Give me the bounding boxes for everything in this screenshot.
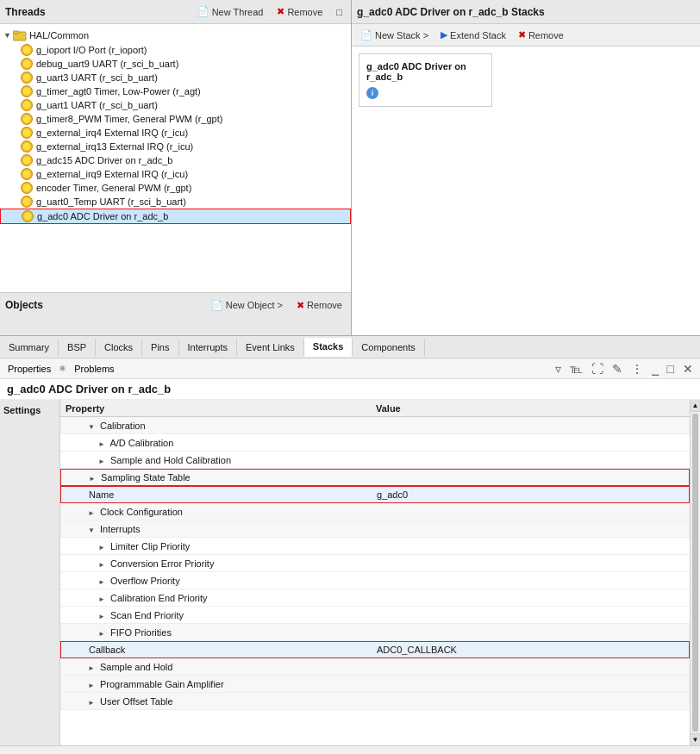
prop-name-cell: ► Conversion Error Priority	[60, 557, 371, 570]
stack-card[interactable]: g_adc0 ADC Driver on r_adc_b i	[359, 53, 492, 107]
tab-pins[interactable]: Pins	[142, 339, 178, 356]
selected-tree-item[interactable]: g_adc0 ADC Driver on r_adc_b	[0, 209, 351, 224]
remove-stack-button[interactable]: ✖ Remove	[515, 28, 567, 42]
tab-summary[interactable]: Summary	[0, 339, 59, 356]
table-row[interactable]: ► Limiter Clip Priority	[60, 538, 690, 555]
new-stack-icon: 📄	[360, 29, 372, 41]
remove-thread-button[interactable]: ✖ Remove	[273, 4, 326, 19]
tree-root[interactable]: ▼ HAL/Common	[0, 28, 351, 43]
table-row[interactable]: ▼ Interrupts	[60, 520, 690, 538]
table-row[interactable]: ► Sample and Hold Calibration	[60, 452, 690, 469]
expand-arrow-icon: ▼	[88, 423, 95, 431]
table-row[interactable]: ► FIFO Priorities	[60, 624, 690, 641]
prop-value-cell	[371, 545, 690, 548]
prop-label: Limiter Clip Priority	[110, 541, 190, 551]
remove-object-button[interactable]: ✖ Remove	[293, 298, 346, 313]
prop-label: Sample and Hold	[100, 662, 172, 672]
collapse-thread-button[interactable]: □	[333, 5, 346, 19]
scroll-down-button[interactable]: ▼	[691, 733, 700, 745]
tab-components[interactable]: Components	[353, 339, 424, 356]
list-item[interactable]: encoder Timer, General PWM (r_gpt)	[0, 181, 351, 195]
table-row[interactable]: ► Programmable Gain Amplifier	[60, 676, 690, 693]
item-label: g_external_irq4 External IRQ (r_icu)	[36, 128, 188, 138]
more-icon[interactable]: ⋮	[629, 362, 645, 376]
prop-name-cell: ► FIFO Priorities	[60, 626, 371, 639]
component-icon	[21, 154, 33, 166]
funnel-icon[interactable]: ℡	[568, 362, 584, 376]
new-thread-button[interactable]: 📄 New Thread	[194, 4, 267, 19]
tab-bsp[interactable]: BSP	[59, 339, 96, 356]
main-container: Threads 📄 New Thread ✖ Remove □	[0, 0, 700, 754]
stack-card-title: g_adc0 ADC Driver on r_adc_b	[366, 61, 484, 82]
name-row[interactable]: Name g_adc0	[60, 486, 690, 503]
list-item[interactable]: g_adc15 ADC Driver on r_adc_b	[0, 153, 351, 167]
pin-icon[interactable]: ⛶	[590, 362, 605, 376]
tab-event-links[interactable]: Event Links	[237, 339, 304, 356]
table-row[interactable]: ► Sample and Hold	[60, 658, 690, 676]
list-item[interactable]: g_external_irq9 External IRQ (r_icu)	[0, 167, 351, 181]
component-icon	[21, 182, 33, 194]
prop-name-cell: Name	[61, 488, 372, 502]
left-column: Threads 📄 New Thread ✖ Remove □	[0, 0, 352, 335]
table-row[interactable]: ► Calibration End Priority	[60, 589, 690, 607]
table-row[interactable]: ► Scan End Priority	[60, 607, 690, 624]
list-item[interactable]: g_external_irq13 External IRQ (r_icu)	[0, 140, 351, 153]
list-item[interactable]: g_uart0_Temp UART (r_sci_b_uart)	[0, 195, 351, 209]
tab-interrupts[interactable]: Interrupts	[179, 339, 237, 356]
minimize-icon[interactable]: ⎯	[650, 362, 660, 376]
objects-title: Objects	[5, 299, 201, 311]
list-item[interactable]: g_external_irq4 External IRQ (r_icu)	[0, 126, 351, 140]
scroll-up-button[interactable]: ▲	[691, 400, 700, 412]
prop-value-cell	[371, 510, 690, 514]
problems-btn[interactable]: Problems	[72, 363, 116, 375]
prop-name-cell: ▼ Interrupts	[60, 522, 371, 536]
prop-label: Clock Configuration	[100, 507, 183, 517]
sampling-state-row[interactable]: ► Sampling State Table	[60, 469, 690, 486]
properties-btn[interactable]: Properties	[5, 363, 53, 375]
callback-row[interactable]: Callback ADC0_CALLBACK	[60, 641, 690, 658]
table-row[interactable]: ► A/D Calibration	[60, 434, 690, 452]
prop-value-cell	[371, 458, 690, 462]
extend-stack-button[interactable]: ▶ Extend Stack	[437, 28, 509, 42]
settings-label: Settings	[0, 400, 60, 745]
new-object-icon: 📄	[211, 300, 223, 311]
edit-icon[interactable]: ✎	[610, 362, 624, 376]
expand-arrow-icon: ►	[98, 630, 105, 638]
table-row[interactable]: ► Conversion Error Priority	[60, 555, 690, 572]
new-object-label: New Object >	[226, 300, 283, 310]
list-item[interactable]: g_uart1 UART (r_sci_b_uart)	[0, 98, 351, 112]
list-item[interactable]: g_uart3 UART (r_sci_b_uart)	[0, 71, 351, 84]
prop-name-cell: ▼ Calibration	[60, 419, 371, 433]
bottom-pane: Summary BSP Clocks Pins Interrupts Event…	[0, 336, 700, 754]
table-row[interactable]: ▼ Calibration	[60, 417, 690, 434]
prop-label: Sample and Hold Calibration	[110, 455, 231, 465]
remove-stack-icon: ✖	[518, 29, 526, 41]
tab-clocks[interactable]: Clocks	[96, 339, 142, 356]
prop-label: Conversion Error Priority	[110, 558, 214, 569]
tabs-row: Summary BSP Clocks Pins Interrupts Event…	[0, 336, 700, 358]
vertical-scrollbar[interactable]: ▲ ▼	[690, 400, 700, 745]
maximize-icon[interactable]: □	[666, 362, 676, 376]
stacks-panel: g_adc0 ADC Driver on r_adc_b Stacks 📄 Ne…	[352, 0, 700, 335]
stack-card-title-line1: g_adc0 ADC Driver on	[366, 61, 466, 72]
top-pane: Threads 📄 New Thread ✖ Remove □	[0, 0, 700, 336]
scroll-thumb[interactable]	[692, 414, 698, 732]
list-item[interactable]: debug_uart9 UART (r_sci_b_uart)	[0, 57, 351, 71]
tab-stacks[interactable]: Stacks	[304, 338, 353, 357]
new-stack-button[interactable]: 📄 New Stack >	[357, 28, 432, 42]
expand-arrow-icon: ►	[98, 595, 105, 603]
table-row[interactable]: ► Clock Configuration	[60, 503, 690, 520]
list-item[interactable]: g_ioport I/O Port (r_ioport)	[0, 43, 351, 57]
close-icon[interactable]: ✕	[681, 362, 695, 376]
list-item[interactable]: g_timer8_PWM Timer, General PWM (r_gpt)	[0, 112, 351, 126]
filter-icon[interactable]: ▿	[553, 362, 563, 376]
new-object-button[interactable]: 📄 New Object >	[208, 298, 286, 313]
component-icon	[21, 99, 33, 111]
component-icon	[21, 127, 33, 139]
svg-rect-1	[13, 31, 19, 34]
extend-stack-icon: ▶	[441, 29, 447, 41]
table-row[interactable]: ► Overflow Priority	[60, 572, 690, 589]
list-item[interactable]: g_timer_agt0 Timer, Low-Power (r_agt)	[0, 84, 351, 98]
prop-name-cell: ► Sample and Hold	[60, 660, 371, 674]
table-row[interactable]: ► User Offset Table	[60, 693, 690, 710]
